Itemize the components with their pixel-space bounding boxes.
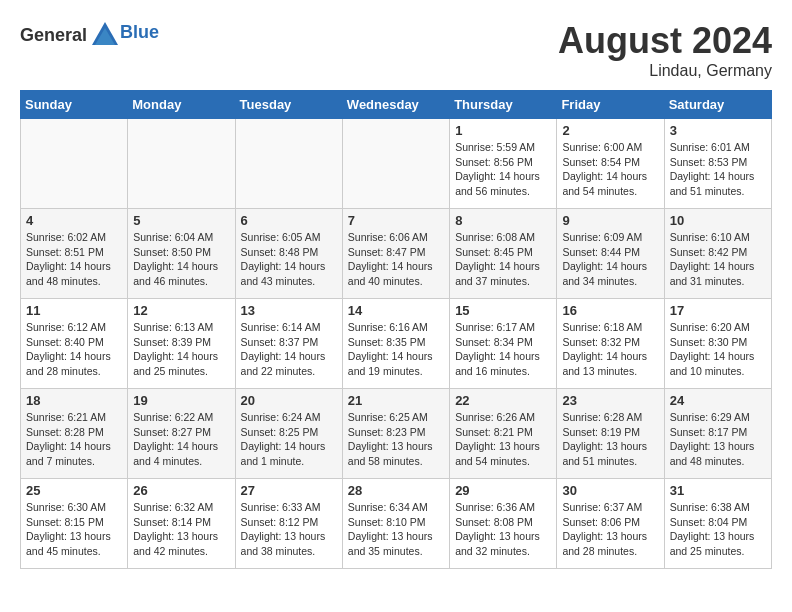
day-info: Sunrise: 6:28 AM Sunset: 8:19 PM Dayligh… xyxy=(562,410,658,469)
day-info: Sunrise: 6:22 AM Sunset: 8:27 PM Dayligh… xyxy=(133,410,229,469)
weekday-header-saturday: Saturday xyxy=(664,91,771,119)
weekday-header-thursday: Thursday xyxy=(450,91,557,119)
day-number: 8 xyxy=(455,213,551,228)
day-info: Sunrise: 6:10 AM Sunset: 8:42 PM Dayligh… xyxy=(670,230,766,289)
day-info: Sunrise: 6:20 AM Sunset: 8:30 PM Dayligh… xyxy=(670,320,766,379)
day-number: 29 xyxy=(455,483,551,498)
day-number: 9 xyxy=(562,213,658,228)
day-number: 21 xyxy=(348,393,444,408)
calendar-cell: 17Sunrise: 6:20 AM Sunset: 8:30 PM Dayli… xyxy=(664,299,771,389)
calendar-cell: 13Sunrise: 6:14 AM Sunset: 8:37 PM Dayli… xyxy=(235,299,342,389)
day-number: 30 xyxy=(562,483,658,498)
day-number: 19 xyxy=(133,393,229,408)
calendar-cell: 14Sunrise: 6:16 AM Sunset: 8:35 PM Dayli… xyxy=(342,299,449,389)
day-number: 11 xyxy=(26,303,122,318)
calendar-cell: 6Sunrise: 6:05 AM Sunset: 8:48 PM Daylig… xyxy=(235,209,342,299)
day-number: 6 xyxy=(241,213,337,228)
day-info: Sunrise: 6:00 AM Sunset: 8:54 PM Dayligh… xyxy=(562,140,658,199)
week-row-2: 4Sunrise: 6:02 AM Sunset: 8:51 PM Daylig… xyxy=(21,209,772,299)
day-info: Sunrise: 6:14 AM Sunset: 8:37 PM Dayligh… xyxy=(241,320,337,379)
calendar-cell: 29Sunrise: 6:36 AM Sunset: 8:08 PM Dayli… xyxy=(450,479,557,569)
week-row-3: 11Sunrise: 6:12 AM Sunset: 8:40 PM Dayli… xyxy=(21,299,772,389)
day-number: 16 xyxy=(562,303,658,318)
weekday-header-friday: Friday xyxy=(557,91,664,119)
day-number: 5 xyxy=(133,213,229,228)
day-number: 31 xyxy=(670,483,766,498)
location: Lindau, Germany xyxy=(558,62,772,80)
day-number: 27 xyxy=(241,483,337,498)
week-row-4: 18Sunrise: 6:21 AM Sunset: 8:28 PM Dayli… xyxy=(21,389,772,479)
day-info: Sunrise: 6:26 AM Sunset: 8:21 PM Dayligh… xyxy=(455,410,551,469)
day-info: Sunrise: 6:18 AM Sunset: 8:32 PM Dayligh… xyxy=(562,320,658,379)
day-info: Sunrise: 5:59 AM Sunset: 8:56 PM Dayligh… xyxy=(455,140,551,199)
calendar-cell: 16Sunrise: 6:18 AM Sunset: 8:32 PM Dayli… xyxy=(557,299,664,389)
day-number: 18 xyxy=(26,393,122,408)
day-info: Sunrise: 6:38 AM Sunset: 8:04 PM Dayligh… xyxy=(670,500,766,559)
day-info: Sunrise: 6:25 AM Sunset: 8:23 PM Dayligh… xyxy=(348,410,444,469)
day-info: Sunrise: 6:33 AM Sunset: 8:12 PM Dayligh… xyxy=(241,500,337,559)
day-info: Sunrise: 6:02 AM Sunset: 8:51 PM Dayligh… xyxy=(26,230,122,289)
calendar-cell: 21Sunrise: 6:25 AM Sunset: 8:23 PM Dayli… xyxy=(342,389,449,479)
day-number: 17 xyxy=(670,303,766,318)
day-info: Sunrise: 6:32 AM Sunset: 8:14 PM Dayligh… xyxy=(133,500,229,559)
calendar-cell: 4Sunrise: 6:02 AM Sunset: 8:51 PM Daylig… xyxy=(21,209,128,299)
day-info: Sunrise: 6:01 AM Sunset: 8:53 PM Dayligh… xyxy=(670,140,766,199)
calendar-cell: 30Sunrise: 6:37 AM Sunset: 8:06 PM Dayli… xyxy=(557,479,664,569)
day-info: Sunrise: 6:04 AM Sunset: 8:50 PM Dayligh… xyxy=(133,230,229,289)
weekday-header-sunday: Sunday xyxy=(21,91,128,119)
day-number: 22 xyxy=(455,393,551,408)
day-number: 23 xyxy=(562,393,658,408)
day-info: Sunrise: 6:09 AM Sunset: 8:44 PM Dayligh… xyxy=(562,230,658,289)
calendar-cell: 18Sunrise: 6:21 AM Sunset: 8:28 PM Dayli… xyxy=(21,389,128,479)
weekday-header-wednesday: Wednesday xyxy=(342,91,449,119)
day-number: 4 xyxy=(26,213,122,228)
day-info: Sunrise: 6:16 AM Sunset: 8:35 PM Dayligh… xyxy=(348,320,444,379)
day-info: Sunrise: 6:05 AM Sunset: 8:48 PM Dayligh… xyxy=(241,230,337,289)
weekday-header-tuesday: Tuesday xyxy=(235,91,342,119)
calendar-cell xyxy=(235,119,342,209)
day-number: 26 xyxy=(133,483,229,498)
calendar-table: SundayMondayTuesdayWednesdayThursdayFrid… xyxy=(20,90,772,569)
calendar-cell: 25Sunrise: 6:30 AM Sunset: 8:15 PM Dayli… xyxy=(21,479,128,569)
calendar-cell: 5Sunrise: 6:04 AM Sunset: 8:50 PM Daylig… xyxy=(128,209,235,299)
day-info: Sunrise: 6:36 AM Sunset: 8:08 PM Dayligh… xyxy=(455,500,551,559)
calendar-cell: 27Sunrise: 6:33 AM Sunset: 8:12 PM Dayli… xyxy=(235,479,342,569)
day-info: Sunrise: 6:29 AM Sunset: 8:17 PM Dayligh… xyxy=(670,410,766,469)
calendar-cell: 23Sunrise: 6:28 AM Sunset: 8:19 PM Dayli… xyxy=(557,389,664,479)
weekday-header-monday: Monday xyxy=(128,91,235,119)
calendar-cell: 12Sunrise: 6:13 AM Sunset: 8:39 PM Dayli… xyxy=(128,299,235,389)
day-info: Sunrise: 6:06 AM Sunset: 8:47 PM Dayligh… xyxy=(348,230,444,289)
calendar-cell xyxy=(128,119,235,209)
day-info: Sunrise: 6:13 AM Sunset: 8:39 PM Dayligh… xyxy=(133,320,229,379)
day-number: 28 xyxy=(348,483,444,498)
logo-general-text: General xyxy=(20,25,87,46)
calendar-cell: 22Sunrise: 6:26 AM Sunset: 8:21 PM Dayli… xyxy=(450,389,557,479)
calendar-cell: 2Sunrise: 6:00 AM Sunset: 8:54 PM Daylig… xyxy=(557,119,664,209)
calendar-cell xyxy=(342,119,449,209)
calendar-cell: 10Sunrise: 6:10 AM Sunset: 8:42 PM Dayli… xyxy=(664,209,771,299)
day-number: 12 xyxy=(133,303,229,318)
calendar-cell: 7Sunrise: 6:06 AM Sunset: 8:47 PM Daylig… xyxy=(342,209,449,299)
calendar-cell: 28Sunrise: 6:34 AM Sunset: 8:10 PM Dayli… xyxy=(342,479,449,569)
calendar-cell: 20Sunrise: 6:24 AM Sunset: 8:25 PM Dayli… xyxy=(235,389,342,479)
day-info: Sunrise: 6:37 AM Sunset: 8:06 PM Dayligh… xyxy=(562,500,658,559)
calendar-cell: 11Sunrise: 6:12 AM Sunset: 8:40 PM Dayli… xyxy=(21,299,128,389)
day-number: 7 xyxy=(348,213,444,228)
month-title: August 2024 xyxy=(558,20,772,62)
logo: General Blue xyxy=(20,20,159,50)
title-area: August 2024 Lindau, Germany xyxy=(558,20,772,80)
calendar-cell: 19Sunrise: 6:22 AM Sunset: 8:27 PM Dayli… xyxy=(128,389,235,479)
calendar-cell: 31Sunrise: 6:38 AM Sunset: 8:04 PM Dayli… xyxy=(664,479,771,569)
day-number: 1 xyxy=(455,123,551,138)
weekday-header-row: SundayMondayTuesdayWednesdayThursdayFrid… xyxy=(21,91,772,119)
calendar-cell: 26Sunrise: 6:32 AM Sunset: 8:14 PM Dayli… xyxy=(128,479,235,569)
logo-icon xyxy=(90,20,120,50)
calendar-cell: 8Sunrise: 6:08 AM Sunset: 8:45 PM Daylig… xyxy=(450,209,557,299)
day-number: 3 xyxy=(670,123,766,138)
day-number: 13 xyxy=(241,303,337,318)
calendar-cell: 9Sunrise: 6:09 AM Sunset: 8:44 PM Daylig… xyxy=(557,209,664,299)
logo-blue-text: Blue xyxy=(120,22,159,43)
page-header: General Blue August 2024 Lindau, Germany xyxy=(20,20,772,80)
calendar-cell: 3Sunrise: 6:01 AM Sunset: 8:53 PM Daylig… xyxy=(664,119,771,209)
day-number: 20 xyxy=(241,393,337,408)
